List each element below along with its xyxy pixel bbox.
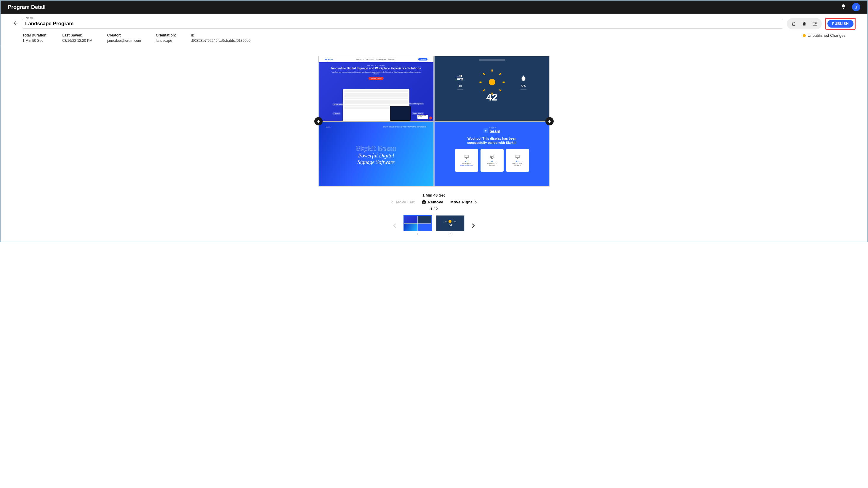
svg-rect-1 bbox=[465, 155, 468, 158]
avatar[interactable]: J bbox=[852, 3, 860, 11]
publish-highlight: PUBLISH bbox=[825, 18, 856, 30]
header-row: Name PUBLISH bbox=[1, 13, 867, 31]
wind-icon bbox=[457, 75, 464, 83]
tile-grid: SKYKIT MARKETS PRODUCTS RESOURCES CONTAC… bbox=[318, 56, 550, 186]
fullscreen-button[interactable] bbox=[810, 19, 819, 28]
page-title: Program Detail bbox=[8, 4, 45, 10]
canvas-area: + SKYKIT MARKETS PRODUCTS RESOURCES CONT… bbox=[1, 47, 867, 241]
move-right-button[interactable]: Move Right bbox=[450, 200, 478, 204]
thumbnail-2[interactable]: 10 5% 42 2 bbox=[436, 215, 465, 236]
thumb-prev-button bbox=[392, 222, 398, 229]
tile1-logo: SKYKIT bbox=[325, 58, 333, 60]
monitor-icon bbox=[464, 154, 469, 159]
pager: 1 / 2 bbox=[390, 207, 478, 211]
topbar: Program Detail J bbox=[1, 1, 867, 13]
chevron-left-icon bbox=[390, 200, 394, 204]
copy-button[interactable] bbox=[789, 19, 798, 28]
palette-icon bbox=[490, 154, 494, 159]
tile-product[interactable]: beam SKYKIT BEAM DIGITAL SIGNAGE INTERAC… bbox=[319, 122, 433, 186]
plus-icon: + bbox=[317, 118, 320, 124]
plus-icon: + bbox=[548, 118, 551, 124]
id-label: ID: bbox=[191, 33, 251, 37]
back-arrow-icon[interactable] bbox=[12, 20, 19, 27]
total-duration-value: 1 Min 50 Sec bbox=[23, 38, 48, 43]
tile-website[interactable]: SKYKIT MARKETS PRODUCTS RESOURCES CONTAC… bbox=[319, 56, 433, 121]
toolbar-group bbox=[787, 18, 822, 29]
thumbnail-1[interactable]: 1 bbox=[403, 215, 432, 236]
unpublished-status: Unpublished Changes bbox=[803, 33, 845, 38]
chat-icon bbox=[429, 116, 432, 119]
move-left-button: Move Left bbox=[390, 200, 415, 204]
thumb-next-button[interactable] bbox=[470, 222, 476, 229]
orientation-label: Orientation: bbox=[156, 33, 176, 37]
add-left-button[interactable]: + bbox=[314, 117, 322, 125]
unpublished-label: Unpublished Changes bbox=[808, 33, 845, 38]
creator-label: Creator: bbox=[107, 33, 141, 37]
bell-icon[interactable] bbox=[841, 4, 846, 10]
program-name-input[interactable] bbox=[25, 21, 780, 27]
fullscreen-icon bbox=[812, 21, 818, 26]
sun-icon bbox=[485, 75, 499, 89]
chevron-right-icon bbox=[474, 200, 478, 204]
svg-point-5 bbox=[491, 157, 492, 157]
svg-rect-6 bbox=[516, 155, 519, 158]
publish-button[interactable]: PUBLISH bbox=[828, 20, 854, 28]
delete-button[interactable] bbox=[800, 19, 809, 28]
status-dot-icon bbox=[803, 34, 806, 37]
wind-value: 10 bbox=[459, 85, 462, 88]
tile-pairing[interactable]: SKYKIT beam Woohoo! This display has bee… bbox=[435, 122, 549, 186]
last-saved-label: Last Saved: bbox=[62, 33, 92, 37]
sun-icon bbox=[449, 220, 451, 223]
add-right-button[interactable]: + bbox=[546, 117, 554, 125]
name-label: Name bbox=[25, 17, 35, 20]
last-saved-value: 03/16/22 12:20 PM bbox=[62, 38, 92, 43]
remove-button[interactable]: − Remove bbox=[422, 200, 443, 204]
display-icon bbox=[515, 154, 520, 159]
total-duration-label: Total Duration: bbox=[23, 33, 48, 37]
id-value: d92828b7f92249fca9cbabbcf01395d0 bbox=[191, 38, 251, 43]
meta-row: Total Duration: 1 Min 50 Sec Last Saved:… bbox=[1, 31, 867, 47]
program-name-field[interactable]: Name bbox=[22, 19, 783, 29]
creator-value: jane.doe@lorem.com bbox=[107, 38, 141, 43]
current-slide-duration: 1 Min 40 Sec bbox=[390, 193, 478, 197]
humidity-value: 5% bbox=[521, 85, 526, 88]
svg-point-4 bbox=[492, 156, 493, 156]
drop-icon bbox=[520, 75, 527, 83]
trash-icon bbox=[802, 21, 807, 26]
bolt-icon bbox=[484, 128, 488, 133]
remove-circle-icon: − bbox=[422, 200, 426, 204]
copy-icon bbox=[791, 21, 796, 26]
orientation-value: landscape bbox=[156, 38, 176, 43]
tile-weather[interactable]: 10 bbox=[435, 56, 549, 121]
svg-point-3 bbox=[491, 156, 492, 156]
svg-point-2 bbox=[490, 155, 494, 159]
